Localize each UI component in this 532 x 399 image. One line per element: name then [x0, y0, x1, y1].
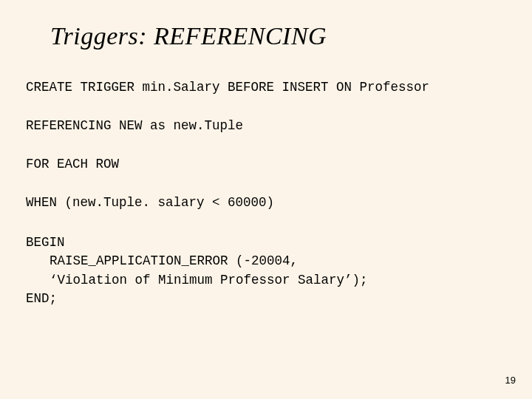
code-line-foreach: FOR EACH ROW: [0, 157, 532, 171]
code-error-message: ‘Violation of Minimum Professor Salary’)…: [26, 271, 532, 290]
page-number: 19: [505, 375, 516, 386]
slide-title: Triggers: REFERENCING: [0, 0, 532, 50]
code-line-referencing: REFERENCING NEW as new.Tuple: [0, 118, 532, 133]
code-line-when: WHEN (new.Tuple. salary < 60000): [0, 195, 532, 210]
code-begin: BEGIN: [26, 233, 532, 252]
code-end: END;: [26, 290, 532, 308]
code-raise-error: RAISE_APPLICATION_ERROR (-20004,: [26, 252, 532, 270]
code-line-create: CREATE TRIGGER min.Salary BEFORE INSERT …: [0, 80, 532, 95]
code-block-body: BEGIN RAISE_APPLICATION_ERROR (-20004, ‘…: [0, 233, 532, 309]
